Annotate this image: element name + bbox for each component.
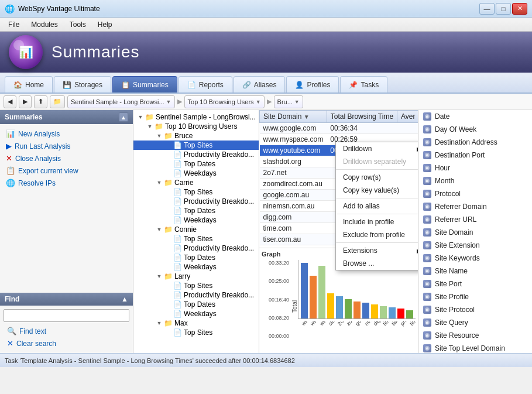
run-last-action[interactable]: ▶ Run Last Analysis (2, 140, 131, 152)
drill-item-site-query[interactable]: Site Query (418, 316, 532, 329)
panel-collapse-btn[interactable]: ▲ (119, 112, 128, 122)
tree-item-sentinel-root[interactable]: ▼ 📁 Sentinel Sample - LongBrowsi... (133, 112, 259, 122)
drill-item-referrer-url[interactable]: Referrer URL (418, 213, 532, 226)
drill-item-site-keywords[interactable]: Site Keywords (418, 252, 532, 265)
bar-12[interactable] (406, 310, 413, 318)
drill-item-protocol[interactable]: Protocol (418, 187, 532, 200)
tree-item-bruce-prod[interactable]: 📄 Productivity Breakdo... (133, 150, 259, 159)
nav-back[interactable]: ◀ (4, 95, 16, 108)
tree-item-connie[interactable]: ▼ 📁 Connie (133, 225, 259, 234)
clear-search-action[interactable]: ✕ Clear search (4, 337, 129, 350)
ctx-extensions[interactable]: Extensions ▶ (336, 244, 418, 257)
graph-main: Total (291, 260, 298, 351)
bar-8[interactable] (371, 304, 378, 318)
tree-item-larry[interactable]: ▼ 📁 Larry (133, 272, 259, 281)
bar-5[interactable] (345, 299, 352, 318)
tab-aliases[interactable]: 🔗 Aliases (234, 76, 286, 92)
tree-item-bruce-weekdays[interactable]: 📄 Weekdays (133, 169, 259, 178)
ctx-copy-rows[interactable]: Copy row(s) (336, 171, 418, 184)
tree-item-connie-prod[interactable]: 📄 Productivity Breakdo... (133, 244, 259, 253)
breadcrumb-top10[interactable]: Top 10 Browsing Users ▼ (184, 95, 265, 108)
tab-summaries[interactable]: 📋 Summaries (112, 76, 177, 92)
drill-item-site-extension[interactable]: Site Extension (418, 239, 532, 252)
tab-tasks[interactable]: 📌 Tasks (340, 76, 387, 92)
tab-reports[interactable]: 📄 Reports (179, 76, 232, 92)
export-view-action[interactable]: 📋 Export current view (2, 165, 131, 177)
tree-item-top10-users[interactable]: ▼ 📁 Top 10 Browsing Users (133, 122, 259, 131)
drill-item-site-port[interactable]: Site Port (418, 277, 532, 290)
tree-item-carrie[interactable]: ▼ 📁 Carrie (133, 178, 259, 187)
ctx-add-alias[interactable]: Add to alias (336, 200, 418, 213)
tree-item-max-top-sites[interactable]: 📄 Top Sites (133, 328, 259, 337)
find-text-action[interactable]: 🔍 Find text (4, 325, 129, 337)
tree-item-max[interactable]: ▼ 📁 Max (133, 318, 259, 328)
menu-help[interactable]: Help (92, 19, 118, 30)
ctx-copy-key[interactable]: Copy key value(s) (336, 184, 418, 197)
resolve-ips-action[interactable]: 🌐 Resolve IPs (2, 177, 131, 189)
menu-file[interactable]: File (2, 19, 25, 30)
tree-item-connie-top-sites[interactable]: 📄 Top Sites (133, 234, 259, 244)
ctx-browse[interactable]: Browse ... (336, 257, 418, 270)
tree-item-connie-weekdays[interactable]: 📄 Weekdays (133, 262, 259, 272)
bar-2[interactable] (318, 266, 325, 318)
drill-item-month[interactable]: Month (418, 174, 532, 187)
bar-6[interactable] (353, 302, 361, 318)
maximize-button[interactable]: □ (496, 3, 511, 15)
drill-item-site-top-level[interactable]: Site Top Level Domain (418, 342, 532, 353)
nav-forward[interactable]: ▶ (19, 95, 32, 108)
bar-10[interactable] (389, 307, 396, 318)
tree-item-carrie-prod[interactable]: 📄 Productivity Breakdo... (133, 197, 259, 206)
tree-expand-icon: ▼ (155, 273, 164, 279)
tree-item-connie-dates[interactable]: 📄 Top Dates (133, 253, 259, 262)
drill-item-day-of-week[interactable]: Day Of Week (418, 123, 532, 136)
bar-0[interactable] (301, 263, 308, 318)
drill-item-dest-address[interactable]: Destination Address (418, 136, 532, 149)
tab-home[interactable]: 🏠 Home (5, 76, 53, 92)
ctx-exclude-profile[interactable]: Exclude from profile (336, 228, 418, 241)
drill-item-site-resource[interactable]: Site Resource (418, 329, 532, 342)
ctx-include-profile[interactable]: Include in profile (336, 215, 418, 228)
close-button[interactable]: ✕ (512, 3, 527, 15)
col-total-time[interactable]: Total Browsing Time (327, 111, 397, 123)
find-text-input[interactable] (4, 309, 129, 322)
bar-11[interactable] (397, 309, 404, 318)
breadcrumb-bruce[interactable]: Bru... ▼ (274, 95, 303, 108)
ctx-drilldown[interactable]: Drilldown ▶ (336, 142, 418, 155)
menu-tools[interactable]: Tools (64, 19, 92, 30)
col-site-domain[interactable]: Site Domain ▼ (260, 111, 327, 123)
drill-item-site-profile[interactable]: Site Profile (418, 290, 532, 303)
table-row[interactable]: www.google.com 00:36:34 (260, 123, 418, 134)
drill-item-dest-port[interactable]: Destination Port (418, 149, 532, 162)
tree-item-carrie-weekdays[interactable]: 📄 Weekdays (133, 215, 259, 225)
tab-storages[interactable]: 💾 Storages (54, 76, 111, 92)
menu-modules[interactable]: Modules (25, 19, 63, 30)
tree-item-bruce-dates[interactable]: 📄 Top Dates (133, 159, 259, 169)
bar-7[interactable] (362, 303, 369, 318)
bar-9[interactable] (380, 306, 387, 318)
drill-item-hour[interactable]: Hour (418, 162, 532, 174)
drill-item-site-name[interactable]: Site Name (418, 265, 532, 277)
bar-4[interactable] (336, 296, 343, 318)
tree-item-larry-prod[interactable]: 📄 Productivity Breakdo... (133, 290, 259, 300)
breadcrumb-sentinel[interactable]: Sentinel Sample - Long Browsi... ▼ (67, 95, 175, 108)
close-analysis-action[interactable]: ✕ Close Analysis (2, 152, 131, 165)
tree-item-carrie-dates[interactable]: 📄 Top Dates (133, 206, 259, 215)
tree-item-larry-weekdays[interactable]: 📄 Weekdays (133, 309, 259, 318)
drill-item-site-protocol[interactable]: Site Protocol (418, 303, 532, 316)
tree-item-bruce[interactable]: ▼ 📁 Bruce (133, 131, 259, 141)
new-analysis-action[interactable]: 📊 New Analysis (2, 128, 131, 140)
minimize-button[interactable]: — (479, 3, 495, 15)
drill-item-referrer-domain[interactable]: Referrer Domain (418, 200, 532, 213)
tab-profiles[interactable]: 👤 Profiles (286, 76, 339, 92)
drill-item-date[interactable]: Date (418, 110, 532, 123)
tree-item-bruce-top-sites[interactable]: 📄 Top Sites (133, 141, 259, 150)
nav-up[interactable]: ⬆ (34, 95, 47, 108)
tree-item-larry-top-sites[interactable]: 📄 Top Sites (133, 281, 259, 290)
drill-item-site-domain[interactable]: Site Domain (418, 226, 532, 239)
bar-1[interactable] (310, 276, 317, 318)
tree-item-larry-dates[interactable]: 📄 Top Dates (133, 300, 259, 309)
find-collapse-btn[interactable]: ▲ (121, 295, 128, 303)
tree-item-carrie-top-sites[interactable]: 📄 Top Sites (133, 187, 259, 197)
bar-3[interactable] (327, 293, 334, 318)
col-average[interactable]: Aver (397, 111, 418, 123)
